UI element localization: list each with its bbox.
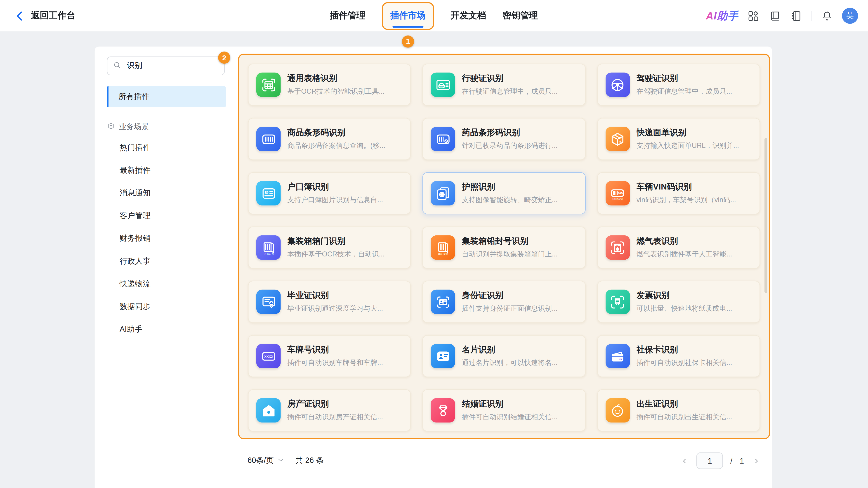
sidebar-category-item[interactable]: AI助手 xyxy=(107,318,236,341)
plugin-card[interactable]: OCR识别 集装箱铅封号识别 自动识别并提取集装箱箱门上... xyxy=(423,226,585,269)
plugin-desc: vin码识别，车架号识别（vin码... xyxy=(636,195,752,205)
sidebar-category-item[interactable]: 消息通知 xyxy=(107,182,236,204)
top-header: 返回工作台 插件管理 插件市场 1 开发文档 密钥管理 AI助手 英 xyxy=(0,0,868,32)
plugin-desc: 插件可自动识别车牌号和车牌... xyxy=(287,358,403,368)
sidebar-category-item[interactable]: 行政人事 xyxy=(107,250,236,272)
plugin-desc: 插件可自动识别社保卡相关信... xyxy=(636,358,752,368)
id-card-icon xyxy=(431,290,455,314)
plugin-title: 房产证识别 xyxy=(287,399,403,409)
plugin-card[interactable]: 行驶证识别 在行驶证信息管理中，成员只... xyxy=(423,64,585,106)
plugin-desc: 针对已收录药品的条形码进行... xyxy=(462,141,577,151)
plugin-title: 通用表格识别 xyxy=(287,73,403,84)
current-page-input[interactable]: 1 xyxy=(697,453,723,469)
active-tab-underline xyxy=(393,26,423,27)
social-card-icon: SI xyxy=(605,344,630,368)
plugin-card[interactable]: 出生证识别 插件可自动识别出生证相关信... xyxy=(597,389,760,431)
plugin-card[interactable]: 燃气表识别 燃气表识别插件基于人工智能... xyxy=(597,226,760,269)
plugin-desc: 本插件基于OCR技术，自动识... xyxy=(287,250,403,259)
sidebar-group-business-scenario: 业务场景 xyxy=(107,122,236,132)
plugin-card[interactable]: 房产证识别 插件可自动识别房产证相关信... xyxy=(248,389,411,431)
plugin-market-container: 通用表格识别 基于OCR技术的智能识别工具... 行驶证识别 在行驶证信息管理中… xyxy=(238,54,770,439)
plugin-title: 身份证识别 xyxy=(462,290,577,301)
plugin-title: 结婚证识别 xyxy=(462,399,577,409)
steering-wheel-icon xyxy=(605,72,630,97)
next-page-button[interactable] xyxy=(751,456,761,466)
plugin-desc: 支持输入快递面单URL，识别并... xyxy=(636,141,752,151)
ai-assistant-button[interactable]: AI助手 xyxy=(706,8,738,23)
search-input[interactable] xyxy=(126,61,219,71)
plugin-card[interactable]: 快递面单识别 支持输入快递面单URL，识别并... xyxy=(597,118,760,160)
barcode-icon xyxy=(256,127,281,151)
tab-plugin-market-annotation-box: 插件市场 1 xyxy=(382,2,434,30)
total-count: 共 26 条 xyxy=(295,456,324,466)
search-icon xyxy=(113,61,121,71)
back-to-workbench-button[interactable]: 返回工作台 xyxy=(13,0,75,32)
sidebar-category-item[interactable]: 快递物流 xyxy=(107,273,236,295)
back-label: 返回工作台 xyxy=(31,10,75,22)
plugin-title: 出生证识别 xyxy=(636,399,752,409)
tab-dev-docs[interactable]: 开发文档 xyxy=(451,10,486,22)
plugin-title: 商品条形码识别 xyxy=(287,127,403,138)
sidebar-category-item[interactable]: 最新插件 xyxy=(107,159,236,182)
plugin-card[interactable]: 结婚证识别 插件可自动识别结婚证相关信... xyxy=(423,389,585,431)
plugin-desc: 插件支持身份证正面信息识别... xyxy=(462,304,577,313)
plugin-card[interactable]: 发票识别 可以批量、快速地将纸质或电... xyxy=(597,281,760,323)
header-divider xyxy=(811,11,812,21)
sidebar-category-list: 热门插件最新插件消息通知客户管理财务报销行政人事快递物流数据同步AI助手 xyxy=(107,136,236,341)
sidebar-category-item[interactable]: 财务报销 xyxy=(107,227,236,250)
plugin-card[interactable]: 毕业证识别 毕业证识别通过深度学习与大... xyxy=(248,281,411,323)
back-chevron-icon xyxy=(13,9,27,22)
plugin-title: 发票识别 xyxy=(636,290,752,301)
passport-icon xyxy=(431,181,455,206)
plugin-card[interactable]: 户 户口簿识别 支持户口簿图片识别与信息自... xyxy=(248,172,411,214)
svg-text:OCR识别: OCR识别 xyxy=(438,252,448,255)
tab-plugin-market[interactable]: 插件市场 xyxy=(391,10,426,22)
scrollbar-thumb[interactable] xyxy=(765,138,767,293)
plugin-title: 集装箱铅封号识别 xyxy=(462,236,577,246)
plugin-card[interactable]: 商品条形码识别 商品条形码备案信息查询。(移... xyxy=(248,118,411,160)
page-size-select[interactable]: 60条/页 xyxy=(248,456,284,466)
plugin-title: 车牌号识别 xyxy=(287,344,403,355)
plugin-title: 行驶证识别 xyxy=(462,73,577,84)
plugin-card[interactable]: OCR识别 集装箱箱门识别 本插件基于OCR技术，自动识... xyxy=(248,226,411,269)
plugin-card[interactable]: XXXX 车牌号识别 插件可自动识别车牌号和车牌... xyxy=(248,335,411,377)
diploma-icon xyxy=(256,290,281,314)
avatar[interactable]: 英 xyxy=(842,8,858,24)
license-plate-icon: XXXX xyxy=(256,344,281,368)
plugin-card[interactable]: 通用表格识别 基于OCR技术的智能识别工具... xyxy=(248,64,411,106)
plugin-desc: 在行驶证信息管理中，成员只... xyxy=(462,87,577,96)
plugin-card[interactable]: 身份证识别 插件支持身份证正面信息识别... xyxy=(423,281,585,323)
tab-plugin-management[interactable]: 插件管理 xyxy=(330,10,366,22)
container-icon: OCR识别 xyxy=(256,236,281,260)
baby-icon xyxy=(605,398,630,423)
plugin-card[interactable]: 药品条形码识别 针对已收录药品的条形码进行... xyxy=(423,118,585,160)
sidebar-category-item[interactable]: 客户管理 xyxy=(107,205,236,227)
plugin-title: 车辆VIN码识别 xyxy=(636,182,752,192)
car-card-icon xyxy=(431,72,455,97)
plugin-grid: 通用表格识别 基于OCR技术的智能识别工具... 行驶证识别 在行驶证信息管理中… xyxy=(248,64,760,431)
plugin-card[interactable]: SI 社保卡识别 插件可自动识别社保卡相关信... xyxy=(597,335,760,377)
plugin-title: 户口簿识别 xyxy=(287,182,403,192)
plugin-card[interactable]: 护照识别 支持图像智能旋转、畸变矫正... xyxy=(423,172,585,214)
main-nav: 插件管理 插件市场 1 开发文档 密钥管理 xyxy=(330,0,538,32)
bell-icon[interactable] xyxy=(820,9,834,22)
chevron-down-icon xyxy=(278,456,284,465)
total-pages: 1 xyxy=(740,456,744,465)
notebook-icon[interactable] xyxy=(790,9,803,22)
plugin-card[interactable]: 名片识别 通过名片识别，可以快速将名... xyxy=(423,335,585,377)
plugin-card[interactable]: VINOCR识别 车辆VIN码识别 vin码识别，车架号识别（vin码... xyxy=(597,172,760,214)
receipt-scan-icon xyxy=(605,290,630,314)
plugin-card[interactable]: 驾驶证识别 在驾驶证信息管理中，成员只... xyxy=(597,64,760,106)
marriage-icon xyxy=(431,398,455,423)
apps-icon[interactable] xyxy=(747,9,760,22)
header-actions: AI助手 英 xyxy=(706,0,858,32)
tab-key-management[interactable]: 密钥管理 xyxy=(503,10,538,22)
book-icon[interactable] xyxy=(768,9,782,22)
plugin-desc: 支持户口簿图片识别与信息自... xyxy=(287,195,403,205)
sidebar-item-all-plugins[interactable]: 所有插件 xyxy=(107,86,226,107)
prev-page-button[interactable] xyxy=(680,456,689,466)
search-box: 2 xyxy=(107,57,225,75)
sidebar-category-item[interactable]: 热门插件 xyxy=(107,136,236,159)
plugin-desc: 可以批量、快速地将纸质或电... xyxy=(636,304,752,313)
sidebar-category-item[interactable]: 数据同步 xyxy=(107,295,236,318)
